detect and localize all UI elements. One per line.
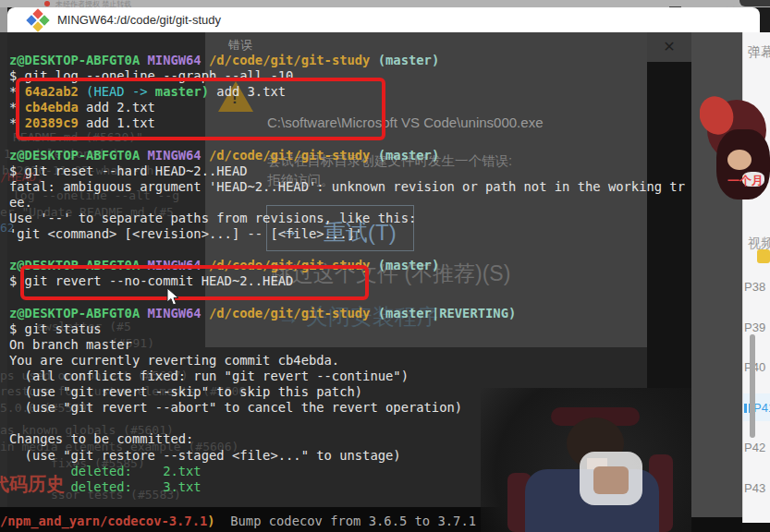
playlist-label: P42 (744, 441, 765, 454)
mingw64-app-icon (26, 10, 50, 30)
terminal-line: (use "git revert --skip" to skip this pa… (9, 384, 362, 400)
playlist-item-p38[interactable]: P38 (744, 280, 765, 294)
terminal-line: deleted: 3.txt (9, 479, 202, 495)
window-title: MINGW64:/d/code/git/git-study (57, 13, 221, 27)
bottom-line-commit-msg: Bump codecov from 3.6.5 to 3.7.1 (215, 514, 476, 528)
annotation-box-revert-command (20, 265, 369, 300)
video-player-band-bottom (691, 517, 742, 532)
yellow-tag-icon (757, 249, 770, 263)
terminal-line: fatal: ambiguous argument 'HEAD~2..HEAD'… (9, 179, 685, 195)
dialog-close-button[interactable]: ✕ (647, 30, 691, 62)
playlist-label: P39 (744, 320, 765, 334)
background-bottom-line: /npm_and_yarn/codecov-3.7.1) Bump codeco… (0, 514, 476, 528)
terminal-line: deleted: 2.txt (9, 464, 202, 479)
playlist-item-p39[interactable]: P39 (744, 320, 765, 334)
terminal-line: Use '--' to separate paths from revision… (9, 211, 416, 226)
terminal-line: ee. (9, 195, 32, 211)
error-dialog-title: 错误 (228, 37, 252, 54)
playlist-item-p42[interactable]: P42 (744, 441, 765, 454)
playlist-label: P43 (744, 481, 765, 495)
terminal-titlebar[interactable]: MINGW64:/d/code/git/git-study (7, 7, 760, 32)
annotation-box-commits (16, 78, 385, 140)
terminal-line: $ git reset --hard HEAD~2..HEAD (9, 163, 248, 179)
playlist-label: P38 (744, 280, 765, 294)
background-left-edge (0, 7, 7, 32)
streamer-avatar (700, 92, 770, 211)
terminal-line: z@DESKTOP-ABFGT0A MINGW64 /d/code/git/gi… (9, 53, 439, 68)
playlist-item-p41[interactable]: P41 (744, 401, 770, 415)
month-badge: 一个月 (727, 173, 764, 189)
background-corner-shape (739, 0, 770, 6)
background-left-column (0, 32, 7, 532)
terminal-line: 'git <command> [<revision>...] -- [<file… (9, 226, 362, 242)
playlist-item-p43[interactable]: P43 (744, 481, 765, 495)
playlist-label: P41 (753, 401, 770, 415)
background-red-dot-icon (44, 1, 50, 6)
terminal-line: z@DESKTOP-ABFGT0A MINGW64 /d/code/git/gi… (9, 306, 516, 321)
bottom-line-branch: /npm_and_yarn/codecov-3.7.1 (0, 514, 207, 528)
terminal-line: (all conflicts fixed: run "git revert --… (9, 369, 409, 384)
tv-logo-screen (593, 466, 629, 494)
terminal-line: On branch master (9, 337, 132, 353)
terminal-line: Changes to be committed: (9, 431, 193, 447)
terminal-line: (use "git restore --staged <file>..." to… (9, 448, 401, 464)
mouse-cursor (166, 287, 179, 310)
terminal-line: z@DESKTOP-ABFGT0A MINGW64 /d/code/git/gi… (9, 148, 439, 163)
danmaku-tab[interactable]: 弹幕 (748, 44, 770, 61)
sidebar-bottom-strip (742, 523, 770, 532)
terminal-line: $ git status (9, 321, 102, 337)
playlist-scrollbar[interactable] (750, 334, 755, 438)
playing-icon (744, 404, 747, 413)
terminal-line: You are currently reverting commit cb4eb… (9, 353, 339, 369)
terminal-line: (use "git revert --abort" to cancel the … (9, 400, 462, 416)
